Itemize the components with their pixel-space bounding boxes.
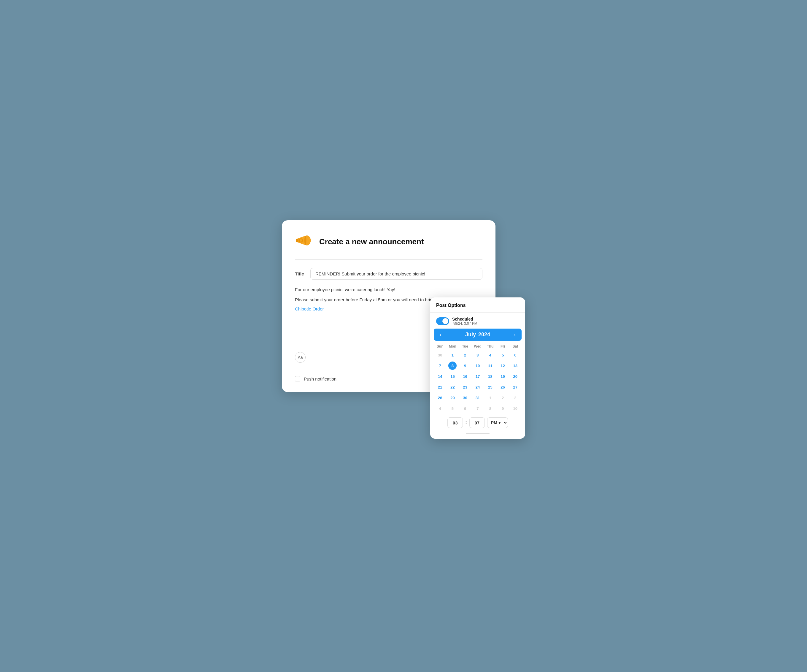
calendar-day[interactable]: 30 bbox=[459, 393, 472, 403]
svg-rect-1 bbox=[296, 239, 299, 242]
calendar-day[interactable]: 2 bbox=[459, 350, 472, 360]
calendar-day[interactable]: 31 bbox=[472, 393, 484, 403]
calendar-day[interactable]: 18 bbox=[484, 371, 496, 382]
calendar-body: 3012345678910111213141516171819202122232… bbox=[434, 350, 521, 414]
calendar-day[interactable]: 22 bbox=[446, 382, 459, 393]
calendar-day[interactable]: 4 bbox=[434, 403, 446, 414]
scroll-indicator bbox=[466, 433, 490, 434]
weekday-sun: Sun bbox=[434, 343, 446, 350]
weekday-wed: Wed bbox=[472, 343, 484, 350]
calendar-day[interactable]: 9 bbox=[496, 403, 509, 414]
post-options-title: Post Options bbox=[436, 303, 466, 308]
calendar-grid: Sun Mon Tue Wed Thu Fri Sat 301234567891… bbox=[434, 343, 521, 414]
calendar-day[interactable]: 24 bbox=[472, 382, 484, 393]
calendar-day[interactable]: 7 bbox=[472, 403, 484, 414]
calendar-day[interactable]: 19 bbox=[496, 371, 509, 382]
time-hour-input[interactable] bbox=[447, 418, 463, 428]
calendar-day[interactable]: 12 bbox=[496, 360, 509, 371]
calendar-day[interactable]: 30 bbox=[434, 350, 446, 360]
calendar-day[interactable]: 7 bbox=[434, 360, 446, 371]
calendar-month: July bbox=[465, 331, 476, 338]
calendar-day[interactable]: 15 bbox=[446, 371, 459, 382]
calendar-day[interactable]: 11 bbox=[484, 360, 496, 371]
calendar-day[interactable]: 21 bbox=[434, 382, 446, 393]
page-title: Create a new announcement bbox=[319, 237, 424, 246]
calendar-day[interactable]: 16 bbox=[459, 371, 472, 382]
calendar-day[interactable]: 28 bbox=[434, 393, 446, 403]
scheduled-date: 7/8/24, 3:07 PM bbox=[452, 321, 477, 326]
post-options-card: Post Options Scheduled 7/8/24, 3:07 PM ‹… bbox=[430, 298, 525, 439]
format-text-button[interactable]: Aa bbox=[295, 352, 306, 363]
ampm-select[interactable]: AM PM ▾ bbox=[487, 418, 508, 428]
calendar-day[interactable]: 25 bbox=[484, 382, 496, 393]
calendar-day[interactable]: 5 bbox=[446, 403, 459, 414]
toolbar-left: Aa bbox=[295, 352, 306, 363]
calendar-day[interactable]: 8 bbox=[446, 360, 459, 371]
calendar-day[interactable]: 27 bbox=[509, 382, 521, 393]
weekday-sat: Sat bbox=[509, 343, 521, 350]
weekday-fri: Fri bbox=[496, 343, 509, 350]
megaphone-icon bbox=[295, 232, 314, 251]
calendar-day[interactable]: 20 bbox=[509, 371, 521, 382]
weekday-mon: Mon bbox=[446, 343, 459, 350]
calendar-day[interactable]: 10 bbox=[472, 360, 484, 371]
svg-point-4 bbox=[300, 239, 302, 241]
calendar-day[interactable]: 10 bbox=[509, 403, 521, 414]
calendar-day[interactable]: 4 bbox=[484, 350, 496, 360]
calendar-day[interactable]: 3 bbox=[509, 393, 521, 403]
scene: Create a new announcement Title For our … bbox=[282, 220, 525, 452]
calendar-week-row: 21222324252627 bbox=[434, 382, 521, 393]
calendar-wrapper: ‹ July 2024 › Sun Mon Tue Wed Thu Fri bbox=[430, 329, 525, 414]
calendar-day[interactable]: 26 bbox=[496, 382, 509, 393]
svg-point-2 bbox=[305, 237, 307, 244]
calendar-day[interactable]: 29 bbox=[446, 393, 459, 403]
weekday-thu: Thu bbox=[484, 343, 496, 350]
calendar-week-row: 45678910 bbox=[434, 403, 521, 414]
calendar-day[interactable]: 9 bbox=[459, 360, 472, 371]
scheduled-row: Scheduled 7/8/24, 3:07 PM bbox=[430, 313, 525, 329]
calendar-week-row: 78910111213 bbox=[434, 360, 521, 371]
scheduled-info: Scheduled 7/8/24, 3:07 PM bbox=[452, 317, 477, 326]
calendar-week-row: 30123456 bbox=[434, 350, 521, 360]
push-notification-checkbox[interactable] bbox=[295, 376, 300, 381]
title-label: Title bbox=[295, 271, 306, 276]
calendar-month-year: July 2024 bbox=[465, 331, 490, 338]
title-row: Title bbox=[295, 268, 482, 279]
header-divider bbox=[295, 259, 482, 260]
calendar-week-row: 14151617181920 bbox=[434, 371, 521, 382]
calendar-day[interactable]: 3 bbox=[472, 350, 484, 360]
calendar-header: ‹ July 2024 › bbox=[434, 329, 521, 341]
push-notification-label: Push notification bbox=[304, 376, 337, 381]
time-minute-input[interactable] bbox=[469, 418, 485, 428]
time-row: : AM PM ▾ bbox=[430, 414, 525, 429]
scheduled-toggle[interactable] bbox=[436, 317, 449, 325]
calendar-next-button[interactable]: › bbox=[512, 332, 517, 338]
body-line-1: For our employee picnic, we're catering … bbox=[295, 286, 482, 293]
calendar-day[interactable]: 23 bbox=[459, 382, 472, 393]
calendar-prev-button[interactable]: ‹ bbox=[438, 332, 443, 338]
calendar-year: 2024 bbox=[478, 331, 490, 338]
calendar-day[interactable]: 14 bbox=[434, 371, 446, 382]
calendar-day[interactable]: 1 bbox=[484, 393, 496, 403]
calendar-day[interactable]: 5 bbox=[496, 350, 509, 360]
scheduled-label: Scheduled bbox=[452, 317, 477, 321]
card-header: Create a new announcement bbox=[295, 232, 482, 251]
calendar-day[interactable]: 8 bbox=[484, 403, 496, 414]
time-colon: : bbox=[465, 420, 467, 426]
calendar-week-row: 28293031123 bbox=[434, 393, 521, 403]
post-options-header: Post Options bbox=[430, 298, 525, 313]
weekday-tue: Tue bbox=[459, 343, 472, 350]
calendar-day[interactable]: 6 bbox=[459, 403, 472, 414]
calendar-weekdays-row: Sun Mon Tue Wed Thu Fri Sat bbox=[434, 343, 521, 350]
title-input[interactable] bbox=[311, 268, 482, 279]
calendar-day[interactable]: 17 bbox=[472, 371, 484, 382]
calendar-day[interactable]: 13 bbox=[509, 360, 521, 371]
calendar-day[interactable]: 2 bbox=[496, 393, 509, 403]
calendar-day[interactable]: 6 bbox=[509, 350, 521, 360]
calendar-day[interactable]: 1 bbox=[446, 350, 459, 360]
